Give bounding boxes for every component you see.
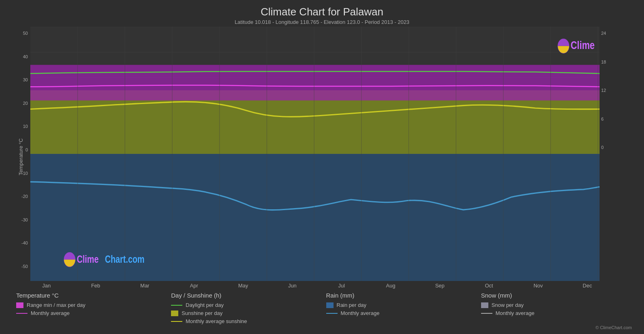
- legend-temp-avg-label: Monthly average: [31, 310, 70, 316]
- legend-temp-title: Temperature °C: [16, 292, 163, 299]
- y-tick-20: 20: [23, 101, 28, 106]
- legend-snow-title: Snow (mm): [481, 292, 628, 299]
- rain-swatch: [326, 302, 334, 308]
- legend-area: Temperature °C Range min / max per day M…: [8, 292, 636, 324]
- legend-sunshine-avg: Monthly average sunshine: [171, 318, 318, 324]
- legend-sun-title: Day / Sunshine (h): [171, 292, 318, 299]
- legend-sunshine-day: Sunshine per day: [171, 310, 318, 316]
- y-tick-40: 40: [23, 54, 28, 59]
- page-container: Climate Chart for Palawan Latitude 10.01…: [0, 0, 644, 334]
- legend-sunshine-avg-label: Monthly average sunshine: [186, 318, 247, 324]
- x-tick-feb: Feb: [80, 283, 112, 289]
- legend-snow-day-label: Snow per day: [492, 302, 524, 308]
- svg-text:Chart.com: Chart.com: [105, 254, 144, 265]
- legend-temperature: Temperature °C Range min / max per day M…: [12, 292, 167, 324]
- x-tick-mar: Mar: [129, 283, 161, 289]
- legend-rain-title: Rain (mm): [326, 292, 473, 299]
- x-tick-jul: Jul: [325, 283, 358, 289]
- legend-daylight-label: Daylight per day: [186, 302, 224, 308]
- legend-rain-day-label: Rain per day: [337, 302, 367, 308]
- x-tick-jan: Jan: [30, 283, 63, 289]
- x-tick-jun: Jun: [276, 283, 308, 289]
- legend-snow-avg-label: Monthly average: [496, 310, 534, 316]
- legend-temp-range-label: Range min / max per day: [27, 302, 85, 308]
- sunshine-swatch: [171, 311, 178, 316]
- rain-avg-line: [326, 313, 338, 314]
- legend-temp-avg: Monthly average: [16, 310, 163, 316]
- snow-swatch: [481, 302, 488, 308]
- y-tick-neg50: -50: [21, 264, 28, 269]
- y-tick-50: 50: [23, 31, 28, 36]
- svg-rect-14: [30, 65, 600, 100]
- chart-area: Temperature °C 50 40 30 20 10 0 -10 -20 …: [8, 27, 636, 281]
- y-tick-neg40: -40: [21, 240, 28, 245]
- legend-sunshine-label: Sunshine per day: [182, 310, 222, 316]
- legend-temp-range: Range min / max per day: [16, 302, 163, 308]
- legend-rain-day: Rain per day: [326, 302, 473, 308]
- x-tick-oct: Oct: [473, 283, 505, 289]
- y-tick-neg20: -20: [21, 194, 28, 199]
- y-tick-10: 10: [23, 124, 28, 129]
- legend-daylight: Daylight per day: [171, 302, 318, 308]
- daylight-line: [171, 305, 182, 306]
- temp-avg-line: [16, 313, 27, 314]
- svg-text:Clime: Clime: [77, 254, 99, 265]
- legend-sunshine: Day / Sunshine (h) Daylight per day Suns…: [167, 292, 322, 324]
- x-tick-may: May: [227, 283, 260, 289]
- chart-svg: Clime Chart.com Clime Chart.com: [30, 27, 600, 281]
- legend-snow-avg: Monthly average: [481, 310, 628, 316]
- chart-main: Clime Chart.com Clime Chart.com: [30, 27, 600, 281]
- legend-rain-avg: Monthly average: [326, 310, 473, 316]
- legend-snow: Snow (mm) Snow per day Monthly average: [477, 292, 632, 324]
- snow-avg-line: [481, 313, 492, 314]
- legend-snow-day: Snow per day: [481, 302, 628, 308]
- x-tick-dec: Dec: [571, 283, 604, 289]
- legend-rain: Rain (mm) Rain per day Monthly average: [322, 292, 477, 324]
- temp-range-swatch: [16, 302, 23, 308]
- x-tick-sep: Sep: [424, 283, 456, 289]
- x-tick-aug: Aug: [374, 283, 407, 289]
- y-tick-neg30: -30: [21, 217, 28, 222]
- legend-rain-avg-label: Monthly average: [341, 310, 380, 316]
- y-axis-left: Temperature °C 50 40 30 20 10 0 -10 -20 …: [8, 27, 30, 281]
- x-axis: Jan Feb Mar Apr May Jun Jul Aug Sep Oct …: [30, 281, 604, 289]
- chart-subtitle: Latitude 10.018 - Longitude 118.765 - El…: [8, 19, 636, 25]
- y-left-label: Temperature °C: [18, 138, 24, 175]
- x-tick-nov: Nov: [522, 283, 554, 289]
- y-tick-0: 0: [25, 147, 28, 152]
- y-tick-30: 30: [23, 77, 28, 82]
- y-right-labels: [601, 31, 612, 285]
- sunshine-avg-line: [171, 321, 182, 322]
- y-axis-right: 24 18 12 6 0: [600, 27, 636, 281]
- x-tick-apr: Apr: [178, 283, 210, 289]
- chart-title: Climate Chart for Palawan: [8, 6, 636, 18]
- copyright: © ClimeChart.com: [8, 325, 636, 330]
- svg-text:Clime: Clime: [571, 39, 595, 51]
